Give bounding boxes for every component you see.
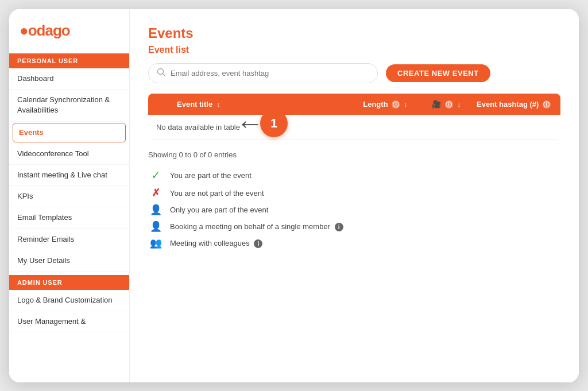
- th-length[interactable]: Length ⓘ ↕: [355, 94, 424, 115]
- search-icon: [157, 68, 166, 79]
- info-icon-video: ⓘ: [445, 100, 453, 109]
- sidebar-item-calendar[interactable]: Calendar Synchronization & Availabilitie…: [9, 90, 129, 121]
- th-checkbox: [148, 94, 169, 115]
- create-event-button[interactable]: CREATE NEW EVENT: [386, 64, 490, 82]
- legend-item-only-you: 👤 Only you are part of the event: [148, 204, 560, 216]
- main-content: ← 1 Events Event list CREATE NEW EVENT: [130, 9, 579, 382]
- person-info-icon: 👤: [148, 220, 163, 233]
- th-hashtag[interactable]: Event hashtag (#) ⓘ: [469, 94, 560, 115]
- table-row-no-data: No data available in table: [148, 115, 560, 140]
- logo-text: odago: [28, 22, 70, 39]
- legend-label-part-of-event: You are part of the event: [170, 171, 252, 180]
- persons-group-icon: 👥: [148, 237, 163, 249]
- step-badge: 1: [260, 110, 288, 137]
- search-box[interactable]: [148, 63, 378, 83]
- section-title: Event list: [148, 45, 560, 55]
- sidebar-item-logo-brand[interactable]: Logo & Brand Customization: [9, 290, 129, 311]
- cross-icon: ✗: [148, 187, 163, 199]
- logo-area: ●odago: [9, 9, 129, 50]
- arrow-annotation: ← 1: [236, 110, 288, 137]
- info-icon-length: ⓘ: [392, 100, 400, 109]
- no-data-cell: No data available in table: [148, 115, 560, 140]
- sidebar-item-kpis[interactable]: KPIs: [9, 186, 129, 207]
- legend-label-meeting-colleagues: Meeting with colleagues i: [170, 239, 262, 248]
- legend-item-meeting-colleagues: 👥 Meeting with colleagues i: [148, 237, 560, 249]
- sidebar-item-email-templates[interactable]: Email Templates: [9, 207, 129, 229]
- sidebar-item-videoconference[interactable]: Videoconference Tool: [9, 144, 129, 165]
- person-single-icon: 👤: [148, 204, 163, 216]
- info-icon-colleagues[interactable]: i: [254, 239, 262, 248]
- legend-label-only-you: Only you are part of the event: [170, 206, 268, 214]
- legend-item-part-of-event: ✓ You are part of the event: [148, 168, 560, 182]
- legend-label-booking-behalf: Booking a meeting on behalf of a single …: [170, 222, 343, 231]
- search-input[interactable]: [171, 69, 369, 78]
- sidebar-item-events[interactable]: Events: [13, 123, 126, 142]
- search-row: CREATE NEW EVENT: [148, 63, 560, 83]
- sidebar-item-reminder-emails[interactable]: Reminder Emails: [9, 229, 129, 250]
- table-header-row: Event title ↕ Length ⓘ ↕ 🎥 ⓘ ↕ Event: [148, 94, 560, 115]
- sidebar-section-admin: ADMIN USER: [9, 275, 129, 290]
- sort-icon-event-title: ↕: [217, 101, 220, 108]
- info-icon-booking[interactable]: i: [335, 223, 343, 231]
- sort-icon-length: ↕: [404, 101, 408, 108]
- th-video[interactable]: 🎥 ⓘ ↕: [424, 94, 469, 115]
- arrow-icon: ←: [236, 110, 264, 137]
- legend-item-booking-behalf: 👤 Booking a meeting on behalf of a singl…: [148, 220, 560, 233]
- page-title: Events: [148, 25, 560, 41]
- legend-label-not-part-of-event: You are not part of the event: [170, 189, 264, 198]
- sort-icon-video: ↕: [458, 101, 461, 108]
- check-icon: ✓: [148, 168, 163, 182]
- showing-entries-text: Showing 0 to 0 of 0 entries: [148, 150, 560, 159]
- svg-line-1: [163, 74, 165, 76]
- sidebar-item-my-user-details[interactable]: My User Details: [9, 250, 129, 272]
- sidebar: ●odago PERSONAL USER Dashboard Calendar …: [9, 9, 130, 382]
- info-icon-hashtag: ⓘ: [543, 100, 551, 109]
- sidebar-section-personal: PERSONAL USER: [9, 53, 129, 68]
- legend: ✓ You are part of the event ✗ You are no…: [148, 168, 560, 249]
- legend-item-not-part-of-event: ✗ You are not part of the event: [148, 187, 560, 199]
- events-table: Event title ↕ Length ⓘ ↕ 🎥 ⓘ ↕ Event: [148, 94, 560, 140]
- sidebar-item-instant-meeting[interactable]: Instant meeting & Live chat: [9, 165, 129, 186]
- logo: ●odago: [20, 22, 70, 40]
- sidebar-item-user-management[interactable]: User Management &: [9, 311, 129, 332]
- sidebar-item-dashboard[interactable]: Dashboard: [9, 68, 129, 90]
- video-camera-icon: 🎥: [432, 100, 441, 109]
- app-window: ●odago PERSONAL USER Dashboard Calendar …: [9, 9, 579, 382]
